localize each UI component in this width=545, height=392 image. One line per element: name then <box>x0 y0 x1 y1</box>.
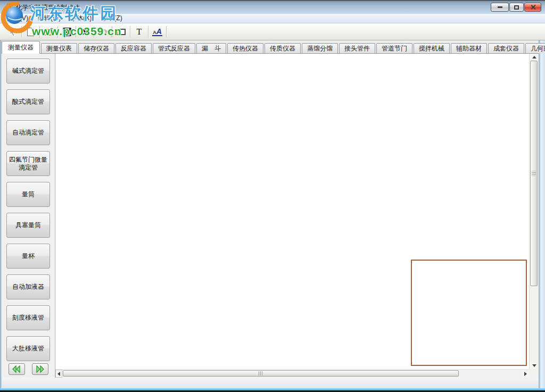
app-window: 化学实验流程绘制软件 文件(V) 编辑(W) 字体(X) 帮助(Z) <box>0 0 545 392</box>
menu-font[interactable]: 字体(X) <box>65 13 96 23</box>
text-tool-button[interactable]: T <box>131 25 147 39</box>
tab-complete-sets[interactable]: 成套仪器 <box>488 43 524 53</box>
tab-mass-transfer[interactable]: 传质仪器 <box>265 43 301 53</box>
save-icon <box>63 28 71 36</box>
toolbar: T A A <box>0 23 545 40</box>
toolbar-separator <box>76 26 76 38</box>
item-ptfe-micro-burette-button[interactable]: 四氟节门微量滴定管 <box>6 151 50 176</box>
maximize-button[interactable] <box>509 3 524 12</box>
menu-file[interactable]: 文件(V) <box>2 13 33 23</box>
scroll-left-button[interactable] <box>55 370 62 378</box>
menu-bar: 文件(V) 编辑(W) 字体(X) 帮助(Z) <box>0 14 545 23</box>
new-document-button[interactable] <box>22 25 39 39</box>
close-icon <box>530 4 536 10</box>
window-title: 化学实验流程绘制软件 <box>16 1 80 14</box>
scroll-up-button[interactable] <box>530 54 539 61</box>
horizontal-scrollbar-thumb[interactable] <box>63 370 459 377</box>
item-graduated-cylinder-button[interactable]: 量筒 <box>6 182 50 207</box>
status-bar <box>2 378 539 388</box>
toolbar-separator <box>21 26 22 38</box>
item-volumetric-pipette-button[interactable]: 大肚移液管 <box>6 336 50 361</box>
arrow-left-icon <box>57 372 60 376</box>
pointer-icon <box>8 27 18 37</box>
page-next-button[interactable] <box>32 363 48 375</box>
main-content: 碱式滴定管 酸式滴定管 自动滴定管 四氟节门微量滴定管 量筒 具塞量筒 量杯 自… <box>2 53 539 378</box>
toolbar-separator <box>112 26 112 38</box>
window-frame-bottom <box>0 388 545 392</box>
toolbar-separator <box>130 26 130 38</box>
pointer-tool-button[interactable] <box>4 25 21 39</box>
rectangle-icon <box>117 29 126 35</box>
vertical-scrollbar[interactable] <box>529 54 539 369</box>
item-acid-burette-button[interactable]: 酸式滴定管 <box>6 89 50 114</box>
sidebar-pager <box>2 363 55 375</box>
tab-measuring-meters[interactable]: 测量仪表 <box>41 43 77 53</box>
tab-funnels[interactable]: 漏 斗 <box>196 43 226 53</box>
horizontal-scrollbar[interactable] <box>55 369 529 378</box>
item-auto-dispenser-button[interactable]: 自动加液器 <box>6 274 50 299</box>
tab-storage-vessels[interactable]: 储存仪器 <box>78 43 114 53</box>
tab-stirring-machinery[interactable]: 搅拌机械 <box>414 43 450 53</box>
double-arrow-left-icon <box>12 365 21 373</box>
instrument-sidebar: 碱式滴定管 酸式滴定管 自动滴定管 四氟节门微量滴定管 量筒 具塞量筒 量杯 自… <box>2 54 55 378</box>
tab-heat-transfer[interactable]: 传热仪器 <box>227 43 263 53</box>
arrow-down-icon <box>532 364 536 367</box>
vertical-scrollbar-thumb[interactable] <box>530 61 538 286</box>
scroll-right-button[interactable] <box>522 370 529 378</box>
title-bar: 化学实验流程绘制软件 <box>0 0 545 14</box>
scroll-down-button[interactable] <box>530 362 539 369</box>
toolbar-separator <box>57 26 58 38</box>
menu-edit[interactable]: 编辑(W) <box>33 13 65 23</box>
tab-tube-reactors[interactable]: 管式反应器 <box>153 43 195 53</box>
item-graduated-pipette-button[interactable]: 刻度移液管 <box>6 305 50 330</box>
maximize-icon <box>514 5 519 10</box>
font-tool-button[interactable]: A A <box>149 25 166 39</box>
menu-help[interactable]: 帮助(Z) <box>96 13 127 23</box>
open-folder-icon <box>44 28 54 36</box>
app-icon <box>4 3 13 12</box>
canvas-zone <box>55 54 539 378</box>
item-auto-burette-button[interactable]: 自动滴定管 <box>6 120 50 145</box>
minimize-button[interactable] <box>491 3 509 12</box>
redo-arrow-icon <box>98 28 109 36</box>
minimize-icon <box>498 6 502 8</box>
toolbar-separator <box>39 26 40 38</box>
tab-geometric-shapes[interactable]: 几何图形 <box>525 43 545 53</box>
close-button[interactable] <box>524 3 541 12</box>
tab-measuring-instruments[interactable]: 测量仪器 <box>2 41 40 54</box>
drawing-canvas[interactable] <box>55 54 529 369</box>
open-file-button[interactable] <box>40 25 57 39</box>
rectangle-tool-button[interactable] <box>113 25 129 39</box>
arrow-up-icon <box>532 56 536 59</box>
drawn-rectangle-shape[interactable] <box>411 260 527 366</box>
item-base-burette-button[interactable]: 碱式滴定管 <box>6 59 50 84</box>
font-icon: A A <box>152 28 162 36</box>
tab-auxiliary-equipment[interactable]: 辅助器材 <box>451 43 487 53</box>
tab-reaction-vessels[interactable]: 反应容器 <box>115 43 152 53</box>
arrow-right-icon <box>524 372 527 376</box>
tab-pipe-valves[interactable]: 管道节门 <box>376 43 412 53</box>
item-measuring-cup-button[interactable]: 量杯 <box>6 244 50 269</box>
category-tab-bar: 测量仪器 测量仪表 储存仪器 反应容器 管式反应器 漏 斗 传热仪器 传质仪器 … <box>2 40 539 53</box>
scrollbar-corner <box>529 369 539 378</box>
toolbar-separator <box>94 26 94 38</box>
item-stoppered-cylinder-button[interactable]: 具塞量筒 <box>6 213 50 238</box>
window-frame-right <box>539 14 545 388</box>
toolbar-separator <box>148 26 148 38</box>
delete-cross-icon <box>81 28 89 36</box>
tab-joints-fittings[interactable]: 接头管件 <box>339 43 375 53</box>
tab-distillation[interactable]: 蒸馏分馏 <box>302 43 338 53</box>
text-tool-icon: T <box>137 27 142 37</box>
toolbar-separator <box>166 26 167 38</box>
delete-button[interactable] <box>77 25 93 39</box>
redo-button[interactable] <box>95 25 111 39</box>
double-arrow-right-icon <box>35 365 45 373</box>
save-file-button[interactable] <box>59 25 75 39</box>
page-previous-button[interactable] <box>9 363 25 375</box>
new-document-icon <box>27 28 34 36</box>
